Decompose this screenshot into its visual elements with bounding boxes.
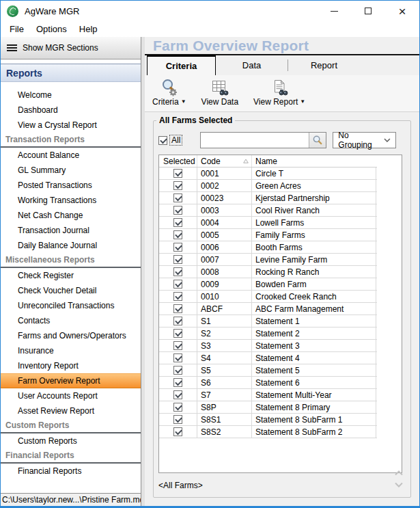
row-checkbox[interactable] bbox=[173, 169, 182, 178]
row-checkbox[interactable] bbox=[173, 206, 182, 215]
close-button[interactable]: × bbox=[385, 1, 419, 21]
row-checkbox[interactable] bbox=[173, 390, 182, 399]
row-checkbox[interactable] bbox=[173, 255, 182, 264]
row-checkbox[interactable] bbox=[173, 304, 182, 313]
row-checkbox[interactable] bbox=[173, 181, 182, 190]
farm-row-s1[interactable]: S1Statement 1 bbox=[159, 315, 377, 327]
chevron-up-icon[interactable] bbox=[394, 470, 404, 476]
grouping-value: No Grouping bbox=[338, 131, 384, 150]
sidebar-item-farm-overview-report[interactable]: Farm Overview Report bbox=[1, 373, 141, 388]
column-header-name[interactable]: Name bbox=[252, 155, 376, 167]
farm-row-0008[interactable]: 0008Rocking R Ranch bbox=[159, 266, 377, 278]
sidebar-item-transaction-journal[interactable]: Transaction Journal bbox=[1, 223, 141, 238]
row-checkbox[interactable] bbox=[173, 353, 182, 362]
column-header-code[interactable]: Code bbox=[197, 155, 252, 167]
minimize-button[interactable] bbox=[317, 1, 351, 21]
sidebar-item-working-transactions[interactable]: Working Transactions bbox=[1, 193, 141, 208]
row-checkbox[interactable] bbox=[173, 366, 182, 375]
row-checkbox[interactable] bbox=[173, 243, 182, 252]
select-all-checkbox[interactable] bbox=[158, 136, 167, 145]
tab-criteria[interactable]: Criteria bbox=[147, 55, 216, 75]
menu-options[interactable]: Options bbox=[30, 22, 73, 36]
farm-row-s2[interactable]: S2Statement 2 bbox=[159, 327, 377, 340]
criteria-button[interactable]: Criteria ▼ bbox=[149, 77, 190, 107]
row-checkbox[interactable] bbox=[173, 403, 182, 412]
farm-row-s3[interactable]: S3Statement 3 bbox=[159, 340, 377, 352]
row-checkbox[interactable] bbox=[173, 230, 182, 239]
row-checkbox[interactable] bbox=[173, 378, 182, 387]
grid-binoculars-icon bbox=[210, 78, 229, 97]
farm-row-abcf[interactable]: ABCFABC Farm Management bbox=[159, 303, 377, 315]
row-checkbox[interactable] bbox=[173, 329, 182, 338]
chevron-down-icon[interactable] bbox=[394, 482, 404, 487]
grouping-dropdown[interactable]: No Grouping bbox=[333, 132, 396, 148]
cell-name: Green Acres bbox=[252, 180, 376, 191]
row-checkbox[interactable] bbox=[173, 267, 182, 276]
tab-data[interactable]: Data bbox=[216, 55, 288, 75]
sidebar-item-daily-balance-journal[interactable]: Daily Balance Journal bbox=[1, 238, 141, 253]
farm-row-s5[interactable]: S5Statement 5 bbox=[159, 364, 377, 377]
farm-row-0009[interactable]: 0009Bowden Farm bbox=[159, 278, 377, 291]
farm-row-0004[interactable]: 0004Lowell Farms bbox=[159, 217, 377, 229]
sidebar-item-unreconciled-transactions[interactable]: Unreconciled Transactions bbox=[1, 298, 141, 313]
filter-controls: All No Grouping bbox=[158, 132, 410, 148]
cell-code: 00023 bbox=[197, 192, 252, 204]
sidebar-item-check-voucher-detail[interactable]: Check Voucher Detail bbox=[1, 283, 141, 298]
row-checkbox[interactable] bbox=[173, 218, 182, 227]
farm-row-0010[interactable]: 0010Crooked Creek Ranch bbox=[159, 291, 377, 303]
sidebar-item-contacts[interactable]: Contacts bbox=[1, 313, 141, 328]
sidebar-item-posted-transactions[interactable]: Posted Transactions bbox=[1, 178, 141, 193]
sidebar-item-financial-reports[interactable]: Financial Reports bbox=[1, 464, 141, 479]
maximize-button[interactable] bbox=[351, 1, 385, 21]
row-checkbox[interactable] bbox=[173, 415, 182, 424]
farm-row-s7[interactable]: S7Statement Multi-Year bbox=[159, 389, 377, 401]
show-mgr-sections-button[interactable]: Show MGR Sections bbox=[1, 37, 141, 59]
sidebar-item-asset-review-report[interactable]: Asset Review Report bbox=[1, 403, 141, 418]
view-data-button[interactable]: View Data bbox=[198, 77, 242, 107]
farm-row-0003[interactable]: 0003Cool River Ranch bbox=[159, 204, 377, 217]
farm-row-s8s1[interactable]: S8S1Statement 8 SubFarm 1 bbox=[159, 414, 377, 426]
farm-row-s6[interactable]: S6Statement 6 bbox=[159, 377, 377, 389]
farm-row-s4[interactable]: S4Statement 4 bbox=[159, 352, 377, 364]
cell-selected bbox=[159, 401, 197, 413]
menu-help[interactable]: Help bbox=[73, 22, 104, 36]
farm-search-input[interactable] bbox=[201, 133, 309, 148]
sidebar-item-gl-summary[interactable]: GL Summary bbox=[1, 163, 141, 178]
farm-row-0001[interactable]: 0001Circle T bbox=[159, 168, 377, 180]
sidebar-item-account-balance[interactable]: Account Balance bbox=[1, 148, 141, 163]
row-checkbox[interactable] bbox=[173, 292, 182, 301]
tab-report[interactable]: Report bbox=[288, 55, 360, 75]
sidebar-item-farms-and-owners-operators[interactable]: Farms and Owners/Operators bbox=[1, 328, 141, 343]
sidebar-item-custom-reports[interactable]: Custom Reports bbox=[1, 433, 141, 449]
selection-summary: <All Farms> bbox=[158, 481, 410, 490]
view-report-button[interactable]: View Report ▼ bbox=[250, 77, 309, 107]
search-button[interactable] bbox=[309, 133, 326, 148]
sidebar-item-welcome[interactable]: Welcome bbox=[1, 88, 141, 103]
sidebar-item-net-cash-change[interactable]: Net Cash Change bbox=[1, 208, 141, 223]
cell-name: Statement 1 bbox=[252, 315, 376, 327]
sidebar-item-insurance[interactable]: Insurance bbox=[1, 343, 141, 358]
sidebar-item-user-accounts-report[interactable]: User Accounts Report bbox=[1, 388, 141, 403]
row-checkbox[interactable] bbox=[173, 341, 182, 350]
farm-row-s8s2[interactable]: S8S2Statement 8 SubFarm 2 bbox=[159, 426, 377, 438]
row-checkbox[interactable] bbox=[173, 280, 182, 289]
farm-row-00023[interactable]: 00023Kjerstad Partnership bbox=[159, 192, 377, 204]
row-checkbox[interactable] bbox=[173, 317, 182, 325]
sidebar-item-view-a-crystal-report[interactable]: View a Crystal Report bbox=[1, 118, 141, 133]
column-header-selected[interactable]: Selected bbox=[159, 155, 197, 167]
farm-row-0002[interactable]: 0002Green Acres bbox=[159, 180, 377, 192]
sidebar-item-dashboard[interactable]: Dashboard bbox=[1, 103, 141, 118]
farm-row-s8p[interactable]: S8PStatement 8 Primary bbox=[159, 401, 377, 414]
sidebar-item-inventory-report[interactable]: Inventory Report bbox=[1, 358, 141, 373]
farm-search-box bbox=[200, 132, 326, 148]
farm-row-0006[interactable]: 0006Booth Farms bbox=[159, 241, 377, 254]
sidebar-item-check-register[interactable]: Check Register bbox=[1, 268, 141, 283]
cell-name: Statement 3 bbox=[252, 340, 376, 351]
row-checkbox[interactable] bbox=[173, 427, 182, 436]
farm-row-0007[interactable]: 0007Levine Family Farm bbox=[159, 254, 377, 266]
report-panel: Farm Overview Report Criteria Data Repor… bbox=[145, 37, 419, 506]
farm-row-0005[interactable]: 0005Family Farms bbox=[159, 229, 377, 241]
menu-file[interactable]: File bbox=[3, 22, 30, 36]
main-split: Show MGR Sections Reports WelcomeDashboa… bbox=[1, 37, 419, 506]
row-checkbox[interactable] bbox=[173, 193, 182, 202]
